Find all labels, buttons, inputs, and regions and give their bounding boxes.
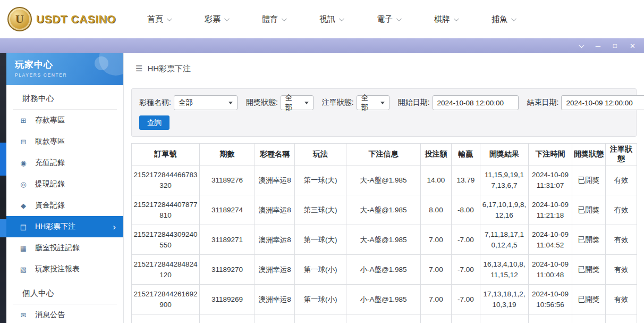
table-row: 215217284446678332031189276澳洲幸运8第一球(大)大-… (132, 165, 637, 195)
sidebar-title: 玩家中心 (15, 59, 123, 71)
hamburger-icon[interactable]: ☰ (135, 64, 142, 73)
select-value: 全部 (285, 93, 299, 112)
table-cell: 7.00 (421, 225, 452, 255)
table-cell: 31189270 (200, 255, 255, 285)
sidebar-item-player-bet-report[interactable]: ▧玩家投注報表 (6, 259, 123, 280)
filter-row: 彩種名稱: 全部 開獎狀態: 全部 注單狀態: 全部 (139, 95, 629, 110)
table-cell: 第三球(大) (295, 195, 346, 225)
table-cell: 澳洲幸运8 (255, 255, 295, 285)
background-fragment (0, 143, 6, 176)
sidebar-item-withdraw[interactable]: ⊟取款專區 (6, 131, 123, 152)
table-header-cell: 開獎結果 (480, 144, 529, 165)
table-cell: 大-A盤@1.985 (346, 165, 421, 195)
nav-item-home[interactable]: 首頁 (147, 14, 171, 24)
announcement-icon: ✉ (18, 311, 29, 319)
table-cell: 2152172844466783320 (132, 165, 200, 195)
chevron-down-icon (511, 16, 516, 21)
start-date-input[interactable] (433, 95, 519, 110)
sidebar-item-recharge-record[interactable]: ◉充值記錄 (6, 152, 123, 173)
filter-label: 結束日期: (527, 98, 559, 107)
table-header-cell: 訂單號 (132, 144, 200, 165)
table-header-cell: 投注額 (421, 144, 452, 165)
table-cell: 2024-10-09 11:21:18 (529, 195, 572, 225)
sidebar-item-label: 提現記錄 (35, 179, 65, 189)
draw-status-select[interactable]: 全部 (281, 95, 313, 110)
sidebar-item-label: HH彩票下注 (35, 222, 75, 231)
table-cell: 31189269 (200, 285, 255, 314)
table-cell: 14.00 (421, 165, 452, 195)
background-fragment (0, 219, 6, 237)
lottery-name-select[interactable]: 全部 (174, 95, 238, 110)
table-header-cell: 開獎狀態 (572, 144, 606, 165)
table-cell: 已開獎 (572, 285, 606, 314)
table-cell: 2024-10-09 11:31:07 (529, 165, 572, 195)
table-cell: 有效 (606, 255, 637, 285)
sidebar-item-funds-record[interactable]: ◆資金記錄 (6, 195, 123, 216)
table-cell: 第一球(大) (295, 225, 346, 255)
window-controls: ─ □ ✕ (579, 43, 635, 49)
nav-label: 電子 (377, 14, 393, 24)
sidebar-item-label: 廳室投註記錄 (35, 243, 80, 253)
end-date-input[interactable] (561, 95, 644, 110)
background-page-strip (0, 53, 6, 323)
table-cell: -7.00 (452, 225, 480, 255)
nav-label: 首頁 (147, 14, 163, 24)
table-cell: 11,15,9,19,17,13,6,7 (480, 165, 529, 195)
sidebar-header: 玩家中心 PLAYERS CENTER (6, 53, 123, 85)
nav-label: 體育 (262, 14, 278, 24)
table-row: 215217284428482412031189270澳洲幸运8第一球(小)小-… (132, 255, 637, 285)
sidebar-item-hh-lottery-bet[interactable]: ▤HH彩票下注› (6, 216, 123, 237)
table-cell (572, 314, 606, 323)
window-titlebar: ─ □ ✕ (0, 38, 644, 53)
nav-item-lottery[interactable]: 彩票 (205, 14, 228, 24)
sidebar-item-withdraw-record[interactable]: ◎提現記錄 (6, 173, 123, 195)
table-row: 215217284440787781031189274澳洲幸运8第三球(大)大-… (132, 195, 637, 225)
table-cell: 小-A盤@1.985 (346, 255, 421, 285)
sidebar: 玩家中心 PLAYERS CENTER 財務中心⊞存款專區⊟取款專區◉充值記錄◎… (6, 53, 124, 323)
table-cell: 第一球(大) (295, 165, 346, 195)
table-cell: 第一球(小) (295, 285, 346, 314)
sidebar-item-label: 充值記錄 (35, 158, 65, 168)
sidebar-item-announcements[interactable]: ✉消息公告 (6, 304, 123, 323)
table-cell: 7,11,18,17,10,12,4,5 (480, 225, 529, 255)
table-cell: 第一球(小) (295, 255, 346, 285)
collapse-chevron-icon[interactable] (578, 42, 584, 48)
minimize-icon[interactable]: ─ (596, 43, 600, 49)
nav-item-fishing[interactable]: 捕魚 (492, 14, 515, 24)
withdraw-icon: ⊟ (18, 138, 29, 146)
table-row: 215217284426169290031189269澳洲幸运8第一球(小)小-… (132, 285, 637, 314)
sidebar-item-label: 消息公告 (35, 310, 65, 320)
filter-lottery-name: 彩種名稱: 全部 (139, 95, 238, 110)
chevron-down-icon (380, 102, 385, 104)
table-cell (200, 314, 255, 323)
filter-start-date: 開始日期: (398, 95, 519, 110)
table-cell (606, 314, 637, 323)
nav-item-live-video[interactable]: 視訊 (319, 14, 343, 24)
nav-item-slots[interactable]: 電子 (377, 14, 400, 24)
table-cell: 31189271 (200, 225, 255, 255)
table-cell: 2152172844284824120 (132, 255, 200, 285)
maximize-icon[interactable]: □ (613, 43, 617, 49)
nav-item-chess-cards[interactable]: 棋牌 (434, 14, 457, 24)
table-cell: 6,17,10,1,9,8,12,16 (480, 195, 529, 225)
sidebar-item-hall-bet-record[interactable]: ▦廳室投註記錄 (6, 237, 123, 259)
site-logo[interactable]: U USDT CASINO (0, 7, 120, 31)
nav-item-sports[interactable]: 體育 (262, 14, 285, 24)
filter-panel: 彩種名稱: 全部 開獎狀態: 全部 注單狀態: 全部 (131, 88, 637, 137)
table-cell: 已開獎 (572, 165, 606, 195)
logo-text: USDT CASINO (36, 13, 116, 26)
order-status-select[interactable]: 全部 (357, 95, 389, 110)
filter-order-status: 注單狀態: 全部 (322, 95, 389, 110)
search-button[interactable]: 查詢 (139, 115, 170, 130)
close-icon[interactable]: ✕ (630, 43, 635, 49)
table-cell: 小-A盤@1.985 (346, 285, 421, 314)
breadcrumb: ☰ HH彩票下注 (124, 53, 644, 84)
deposit-icon: ⊞ (18, 117, 29, 125)
table-cell: 澳洲幸运8 (255, 165, 295, 195)
table-cell: 澳洲幸运8 (255, 195, 295, 225)
screen: U USDT CASINO 首頁彩票體育視訊電子棋牌捕魚 ─ □ ✕ 玩家中心 … (0, 0, 644, 323)
sidebar-item-deposit[interactable]: ⊞存款專區 (6, 110, 123, 131)
table-cell: 大-A盤@1.985 (346, 195, 421, 225)
table-cell: 已開獎 (572, 225, 606, 255)
nav-label: 視訊 (319, 14, 335, 24)
